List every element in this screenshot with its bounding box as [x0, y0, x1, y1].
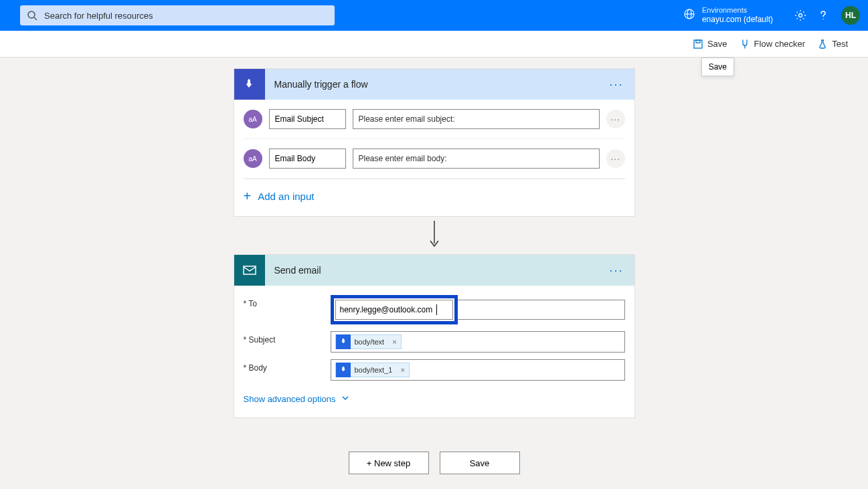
trigger-more-icon[interactable]: ··· [609, 78, 623, 92]
new-step-button[interactable]: + New step [349, 452, 429, 474]
top-navbar: Environments enayu.com (default) HL [0, 0, 868, 31]
input-name[interactable]: Email Subject [269, 109, 346, 129]
token-remove-icon[interactable]: × [388, 338, 400, 346]
input-description[interactable]: Please enter email body: [353, 149, 600, 169]
input-row: aA Email Body Please enter email body: ·… [244, 139, 625, 179]
add-input-label: Add an input [258, 191, 314, 202]
action-card: Send email ··· * To henry.legge@outlook.… [234, 254, 635, 418]
footer-save-button[interactable]: Save [440, 452, 520, 474]
to-label: * To [244, 295, 331, 308]
token-trigger-icon [336, 363, 351, 377]
chevron-down-icon [341, 394, 349, 404]
to-field-row: * To henry.legge@outlook.com [244, 295, 625, 324]
token-text: body/text [351, 338, 389, 346]
dynamic-token[interactable]: body/text × [335, 334, 402, 349]
test-button[interactable]: Test [817, 39, 848, 50]
trigger-icon [234, 69, 265, 100]
mail-icon [234, 255, 265, 286]
body-input[interactable]: body/text_1 × [331, 359, 625, 381]
search-wrapper [20, 5, 335, 25]
to-input-remainder[interactable] [458, 300, 625, 320]
globe-icon [683, 8, 695, 23]
to-input[interactable]: henry.legge@outlook.com [335, 300, 453, 320]
svg-point-5 [799, 14, 802, 17]
action-more-icon[interactable]: ··· [609, 264, 623, 278]
avatar[interactable]: HL [841, 6, 860, 25]
settings-icon[interactable] [794, 9, 806, 21]
token-text: body/text_1 [351, 366, 397, 374]
svg-rect-7 [696, 40, 700, 43]
environment-picker[interactable]: Environments enayu.com (default) [683, 6, 773, 25]
trigger-header[interactable]: Manually trigger a flow ··· [234, 69, 634, 100]
search-input[interactable] [20, 5, 335, 25]
action-title: Send email [265, 265, 610, 276]
text-type-icon: aA [244, 149, 262, 168]
input-name[interactable]: Email Body [269, 149, 346, 169]
token-trigger-icon [336, 334, 351, 349]
input-description[interactable]: Please enter email subject: [353, 109, 600, 129]
to-highlight: henry.legge@outlook.com [331, 295, 458, 324]
action-toolbar: Save Flow checker Test Save [0, 31, 868, 58]
trigger-title: Manually trigger a flow [265, 79, 610, 90]
input-row: aA Email Subject Please enter email subj… [244, 100, 625, 139]
add-input-button[interactable]: + Add an input [244, 179, 625, 216]
plus-icon: + [244, 189, 252, 204]
subject-input[interactable]: body/text × [331, 331, 625, 353]
test-label: Test [832, 39, 848, 49]
to-value: henry.legge@outlook.com [340, 305, 433, 314]
advanced-label: Show advanced options [244, 394, 336, 404]
help-icon[interactable] [817, 9, 829, 21]
save-button[interactable]: Save [693, 39, 727, 50]
footer-buttons: + New step Save [349, 452, 520, 474]
svg-rect-6 [694, 40, 702, 48]
save-label: Save [707, 39, 727, 49]
subject-field-row: * Subject body/text × [244, 331, 625, 353]
trigger-card: Manually trigger a flow ··· aA Email Sub… [234, 68, 635, 217]
search-icon [27, 10, 37, 23]
body-label: * Body [244, 359, 331, 373]
svg-point-0 [28, 11, 35, 18]
input-more-icon[interactable]: ··· [606, 149, 625, 168]
svg-rect-9 [244, 266, 256, 274]
token-remove-icon[interactable]: × [396, 366, 408, 374]
dynamic-token[interactable]: body/text_1 × [335, 363, 410, 377]
show-advanced-link[interactable]: Show advanced options [244, 387, 625, 408]
text-type-icon: aA [244, 110, 262, 128]
svg-line-1 [34, 17, 37, 20]
input-more-icon[interactable]: ··· [606, 110, 625, 128]
environment-name: enayu.com (default) [702, 15, 773, 24]
flow-canvas: Manually trigger a flow ··· aA Email Sub… [0, 58, 868, 489]
subject-label: * Subject [244, 331, 331, 345]
body-field-row: * Body body/text_1 × [244, 359, 625, 381]
connector-arrow-icon [428, 221, 441, 250]
flow-checker-label: Flow checker [754, 39, 806, 49]
flow-checker-button[interactable]: Flow checker [740, 39, 806, 50]
environment-label: Environments [702, 6, 773, 15]
action-header[interactable]: Send email ··· [234, 255, 634, 286]
save-tooltip: Save [701, 58, 734, 76]
text-cursor-icon [436, 304, 437, 315]
